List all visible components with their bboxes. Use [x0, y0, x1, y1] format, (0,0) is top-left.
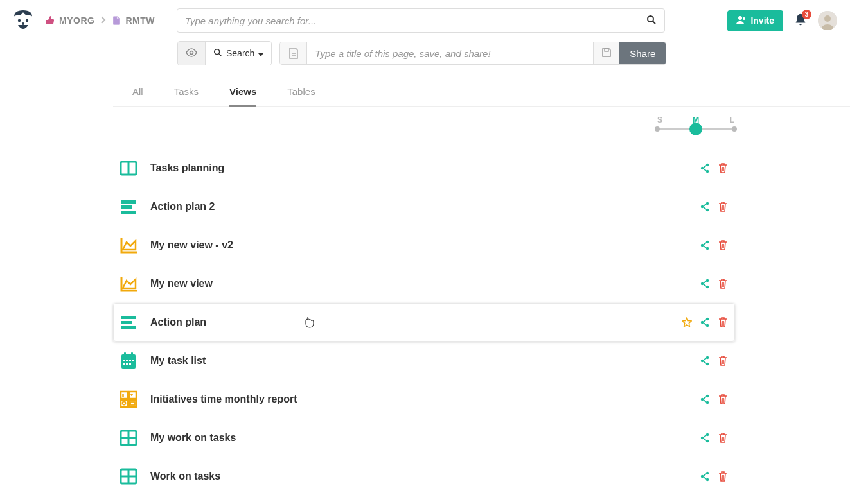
page-title-input[interactable] — [307, 42, 593, 64]
view-row[interactable]: Work on tasks — [113, 457, 735, 496]
view-row[interactable]: My new view — [113, 265, 735, 303]
svg-point-28 — [701, 282, 704, 285]
svg-point-47 — [701, 360, 704, 362]
app-logo[interactable] — [10, 8, 36, 33]
view-row[interactable]: Action plan — [113, 303, 735, 342]
search-dropdown-button[interactable]: Search — [205, 42, 271, 65]
svg-point-8 — [824, 15, 831, 22]
share-item-button[interactable] — [699, 432, 711, 444]
svg-point-35 — [706, 324, 709, 327]
svg-point-46 — [706, 356, 709, 359]
svg-point-61 — [706, 433, 709, 436]
size-track[interactable] — [657, 128, 734, 130]
breadcrumb-project[interactable]: RMTW — [111, 15, 155, 26]
share-item-button[interactable] — [699, 162, 711, 174]
view-row[interactable]: Initiatives time monthly report — [113, 380, 735, 419]
svg-point-25 — [701, 244, 704, 247]
caret-down-icon — [258, 48, 263, 58]
breadcrumb-org[interactable]: MYORG — [45, 15, 94, 26]
tab-tables[interactable]: Tables — [287, 86, 315, 106]
svg-point-63 — [706, 440, 709, 442]
delete-item-button[interactable] — [717, 394, 729, 405]
global-search[interactable] — [177, 8, 665, 33]
views-list: Tasks planningAction plan 2My new view -… — [113, 149, 735, 504]
delete-item-button[interactable] — [717, 201, 729, 213]
invite-label: Invite — [750, 15, 774, 26]
size-tick-l[interactable] — [732, 126, 737, 132]
share-item-button[interactable] — [699, 278, 711, 290]
view-title[interactable]: My new view - v2 — [150, 239, 686, 251]
svg-point-48 — [706, 363, 709, 365]
grid-icon — [120, 467, 137, 485]
view-row[interactable]: My work on Key Results — [113, 496, 735, 504]
search-icon — [213, 48, 222, 59]
view-title[interactable]: My task list — [150, 355, 686, 367]
view-row[interactable]: Action plan 2 — [113, 187, 735, 226]
breadcrumb: MYORG RMTW — [45, 15, 155, 26]
view-title[interactable]: Action plan 2 — [150, 201, 686, 213]
search-input[interactable] — [185, 15, 641, 26]
share-item-button[interactable] — [699, 355, 711, 367]
delete-item-button[interactable] — [717, 162, 729, 174]
svg-point-21 — [706, 202, 709, 205]
search-icon[interactable] — [646, 15, 657, 27]
delete-item-button[interactable] — [717, 355, 729, 367]
kanban-icon — [120, 159, 137, 177]
visibility-button[interactable] — [178, 42, 205, 65]
share-item-button[interactable] — [699, 317, 711, 328]
view-title[interactable]: My work on tasks — [150, 432, 686, 444]
grid-icon — [120, 429, 137, 447]
view-title[interactable]: Action plan — [150, 317, 668, 328]
svg-rect-18 — [121, 200, 136, 204]
list-icon — [120, 198, 137, 216]
svg-line-11 — [219, 53, 222, 56]
view-row[interactable]: My task list — [113, 342, 735, 380]
delete-item-button[interactable] — [717, 317, 729, 328]
user-plus-icon — [736, 15, 747, 26]
save-button[interactable] — [593, 42, 619, 64]
share-button[interactable]: Share — [619, 42, 666, 64]
size-s-label: S — [657, 116, 662, 125]
svg-rect-41 — [123, 363, 125, 365]
tab-all[interactable]: All — [132, 86, 143, 106]
size-handle[interactable] — [689, 123, 702, 135]
share-item-button[interactable] — [699, 471, 711, 482]
svg-point-29 — [706, 286, 709, 288]
share-item-button[interactable] — [699, 394, 711, 405]
row-actions — [699, 201, 729, 213]
share-item-button[interactable] — [699, 201, 711, 213]
svg-point-68 — [701, 475, 704, 478]
svg-point-23 — [706, 209, 709, 211]
invite-button[interactable]: Invite — [727, 10, 783, 31]
svg-point-34 — [701, 321, 704, 324]
view-title[interactable]: Work on tasks — [150, 471, 686, 482]
toolbar: Search Share — [0, 41, 850, 65]
page-title-bar: Share — [279, 42, 666, 65]
svg-rect-12 — [605, 49, 608, 51]
view-title[interactable]: Initiatives time monthly report — [150, 394, 686, 405]
notifications-button[interactable]: 3 — [792, 12, 809, 29]
view-title[interactable]: My new view — [150, 278, 686, 290]
view-title[interactable]: Tasks planning — [150, 162, 686, 174]
view-row[interactable]: My new view - v2 — [113, 226, 735, 265]
avatar[interactable] — [818, 11, 837, 30]
delete-item-button[interactable] — [717, 471, 729, 482]
delete-item-button[interactable] — [717, 278, 729, 290]
share-item-button[interactable] — [699, 239, 711, 251]
delete-item-button[interactable] — [717, 239, 729, 251]
view-row[interactable]: Tasks planning — [113, 149, 735, 187]
delete-item-button[interactable] — [717, 432, 729, 444]
svg-rect-20 — [121, 211, 136, 214]
svg-point-24 — [706, 241, 709, 243]
tab-tasks[interactable]: Tasks — [174, 86, 199, 106]
size-tick-s[interactable] — [655, 126, 660, 132]
svg-point-6 — [738, 16, 742, 20]
search-dropdown-label: Search — [226, 48, 254, 58]
svg-point-2 — [26, 19, 28, 22]
size-slider[interactable]: S M L — [657, 116, 734, 130]
thumbs-up-icon — [45, 15, 55, 26]
view-row[interactable]: My work on tasks — [113, 419, 735, 457]
tab-views[interactable]: Views — [229, 86, 256, 107]
favorite-button[interactable] — [681, 317, 693, 328]
svg-line-5 — [653, 21, 655, 24]
